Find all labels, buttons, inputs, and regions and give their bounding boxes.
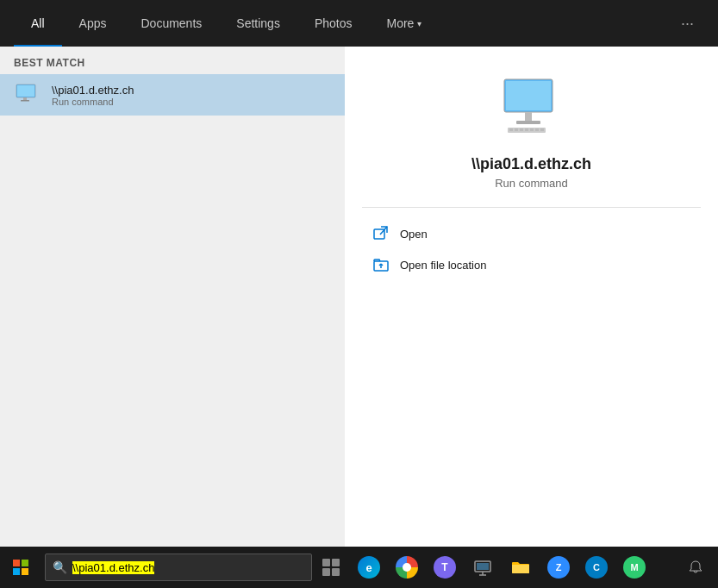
teams-icon-button[interactable]: T bbox=[426, 547, 464, 588]
search-input-value[interactable]: \\pia01.d.ethz.ch bbox=[72, 561, 154, 574]
result-subtitle: Run command bbox=[52, 97, 134, 107]
right-panel: \\pia01.d.ethz.ch Run command Open bbox=[345, 47, 718, 547]
folder-icon-button[interactable] bbox=[502, 547, 540, 588]
svg-rect-16 bbox=[540, 128, 544, 131]
detail-computer-icon bbox=[497, 72, 566, 141]
start-button[interactable] bbox=[0, 547, 41, 588]
left-panel: Best match \\pia01.d.ethz.ch Run command bbox=[0, 47, 345, 547]
action-open-label: Open bbox=[400, 228, 428, 241]
filter-tabs: All Apps Documents Settings Photos More … bbox=[0, 0, 718, 47]
action-file-location-label: Open file location bbox=[400, 259, 486, 272]
svg-rect-2 bbox=[23, 97, 27, 100]
network-icon-button[interactable] bbox=[464, 547, 502, 588]
open-icon bbox=[372, 225, 390, 242]
svg-rect-8 bbox=[516, 121, 540, 124]
notification-icon[interactable] bbox=[680, 547, 711, 588]
svg-rect-6 bbox=[506, 81, 551, 110]
svg-rect-10 bbox=[509, 128, 513, 131]
result-computer-icon bbox=[14, 81, 41, 109]
result-title: \\pia01.d.ethz.ch bbox=[52, 84, 134, 97]
svg-rect-11 bbox=[515, 128, 518, 131]
edge-icon-button[interactable]: e bbox=[350, 547, 388, 588]
svg-line-18 bbox=[380, 227, 387, 235]
detail-actions: Open Open file location bbox=[362, 218, 701, 280]
svg-rect-15 bbox=[535, 128, 539, 131]
more-options-button[interactable]: ··· bbox=[671, 8, 704, 40]
detail-subtitle-text: Run command bbox=[495, 177, 568, 190]
search-highlighted-text: \\pia01.d.ethz.ch bbox=[72, 561, 154, 574]
detail-divider bbox=[362, 207, 701, 208]
svg-rect-12 bbox=[520, 128, 523, 131]
citrix-icon-button[interactable]: C bbox=[578, 547, 615, 588]
svg-rect-25 bbox=[13, 568, 20, 575]
svg-rect-1 bbox=[17, 85, 34, 97]
file-location-icon bbox=[372, 256, 390, 273]
detail-name: \\pia01.d.ethz.ch bbox=[471, 155, 591, 173]
content-area: Best match \\pia01.d.ethz.ch Run command bbox=[0, 47, 718, 547]
zoom-icon-button[interactable]: Z bbox=[540, 547, 578, 588]
svg-rect-29 bbox=[322, 568, 330, 576]
tab-photos[interactable]: Photos bbox=[297, 0, 370, 47]
chevron-down-icon: ▾ bbox=[417, 19, 421, 28]
chrome-icon-button[interactable] bbox=[388, 547, 426, 588]
monitoring-icon-button[interactable]: M bbox=[615, 547, 653, 588]
section-best-match-label: Best match bbox=[0, 47, 345, 74]
svg-rect-24 bbox=[22, 560, 28, 566]
tab-apps[interactable]: Apps bbox=[62, 0, 124, 47]
result-item[interactable]: \\pia01.d.ethz.ch Run command bbox=[0, 74, 345, 116]
svg-rect-3 bbox=[21, 100, 29, 102]
start-menu: All Apps Documents Settings Photos More … bbox=[0, 0, 718, 547]
task-view-button[interactable] bbox=[312, 547, 350, 588]
tab-more[interactable]: More ▾ bbox=[369, 0, 439, 47]
svg-rect-23 bbox=[13, 560, 20, 566]
taskbar-right bbox=[680, 547, 718, 588]
search-icon: 🔍 bbox=[53, 560, 67, 574]
action-open-file-location[interactable]: Open file location bbox=[362, 249, 701, 280]
more-label: More bbox=[386, 16, 414, 30]
svg-rect-28 bbox=[332, 559, 340, 566]
svg-rect-30 bbox=[332, 568, 340, 576]
tab-all[interactable]: All bbox=[14, 0, 62, 47]
svg-rect-7 bbox=[525, 112, 532, 121]
tab-documents[interactable]: Documents bbox=[123, 0, 219, 47]
svg-rect-14 bbox=[530, 128, 534, 131]
result-text: \\pia01.d.ethz.ch Run command bbox=[52, 84, 134, 107]
tab-settings[interactable]: Settings bbox=[219, 0, 297, 47]
action-open[interactable]: Open bbox=[362, 218, 701, 249]
taskbar-search[interactable]: 🔍 \\pia01.d.ethz.ch bbox=[45, 554, 312, 581]
svg-rect-13 bbox=[525, 128, 528, 131]
taskbar: 🔍 \\pia01.d.ethz.ch e T bbox=[0, 547, 718, 588]
svg-rect-27 bbox=[322, 559, 330, 566]
svg-rect-34 bbox=[477, 563, 489, 570]
svg-rect-26 bbox=[22, 568, 28, 575]
